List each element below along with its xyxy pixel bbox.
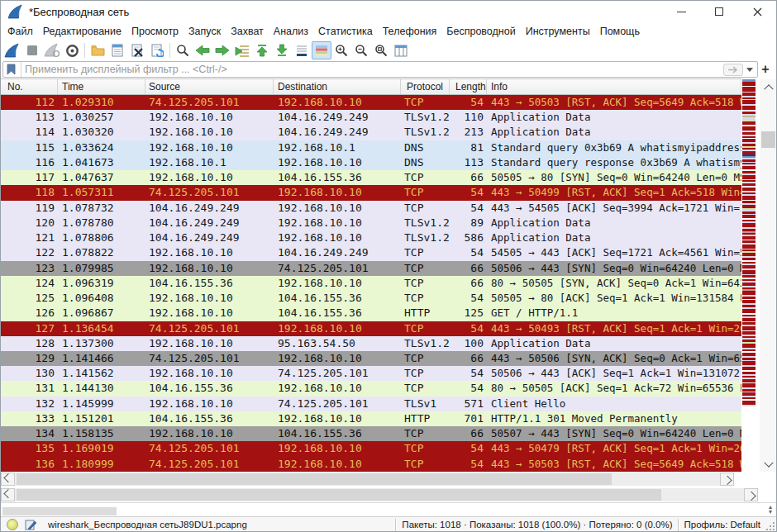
menu-item-file[interactable]: Файл [2, 22, 38, 40]
packet-row[interactable]: 1261.096867192.168.10.10104.16.155.36HTT… [1, 306, 741, 321]
start-capture-button[interactable] [2, 41, 22, 59]
packet-row[interactable]: 1171.047637192.168.10.10104.16.155.36TCP… [1, 170, 741, 185]
hscroll2-left-arrow[interactable] [1, 488, 15, 501]
find-packet-button[interactable] [173, 41, 193, 59]
cell-no: 128 [1, 336, 58, 351]
stop-capture-button[interactable] [22, 41, 42, 59]
hscroll2-thumb[interactable] [17, 489, 661, 501]
packet-row[interactable]: 1281.137300192.168.10.1095.163.54.50TLSv… [1, 336, 741, 351]
hscroll1-left-arrow[interactable] [1, 473, 15, 486]
packet-row[interactable]: 1201.078780104.16.249.249192.168.10.10TL… [1, 216, 741, 230]
zoom-reset-button[interactable] [371, 41, 391, 59]
packet-row[interactable]: 1211.078806104.16.249.249192.168.10.10TL… [1, 230, 741, 245]
hscroll1-right-arrow[interactable] [720, 473, 734, 486]
packet-row[interactable]: 1331.151201104.16.155.36192.168.10.10HTT… [1, 411, 741, 426]
hscroll2-right-arrow[interactable] [744, 488, 758, 501]
capture-comment-icon[interactable] [25, 519, 37, 530]
packet-row[interactable]: 1361.18099974.125.205.101192.168.10.10TC… [1, 457, 741, 472]
packet-row[interactable]: 1121.02931074.125.205.101192.168.10.10TC… [1, 95, 741, 110]
packet-row[interactable]: 1311.144130104.16.155.36192.168.10.10TCP… [1, 381, 741, 396]
save-file-button[interactable] [107, 41, 127, 59]
go-to-packet-button[interactable] [232, 41, 252, 59]
size-grip[interactable] [765, 518, 775, 531]
menu-item-capture[interactable]: Захват [226, 22, 269, 40]
vertical-scrollbar[interactable] [760, 79, 777, 472]
column-header-info[interactable]: Info [487, 79, 741, 94]
open-file-button[interactable] [88, 41, 107, 59]
maximize-button[interactable] [700, 1, 738, 22]
menu-item-edit[interactable]: Редактирование [38, 22, 126, 40]
filter-bookmark-icon[interactable] [6, 64, 17, 75]
column-header-protocol[interactable]: Protocol [401, 79, 450, 94]
packet-list-minimap[interactable] [742, 79, 756, 462]
cell-no: 121 [1, 230, 58, 245]
auto-scroll-button[interactable] [292, 41, 312, 59]
apply-filter-button[interactable] [723, 64, 743, 76]
menu-item-analyze[interactable]: Анализ [269, 22, 313, 40]
menu-item-telephony[interactable]: Телефония [378, 22, 442, 40]
packet-row[interactable]: 1301.141562192.168.10.1074.125.205.101TC… [1, 366, 741, 381]
cell-protocol: TCP [401, 201, 450, 216]
resize-columns-button[interactable] [391, 41, 411, 59]
menu-item-wireless[interactable]: Беспроводной [441, 22, 520, 40]
scroll-up-arrow[interactable] [760, 79, 777, 93]
column-header-length[interactable]: Length [450, 79, 487, 94]
close-file-icon [131, 44, 144, 57]
packet-row[interactable]: 1221.078822192.168.10.10104.16.249.249TC… [1, 245, 741, 260]
minimize-button[interactable] [662, 1, 700, 22]
colorize-button[interactable] [312, 41, 331, 59]
go-back-button[interactable] [193, 41, 212, 59]
menu-item-statistics[interactable]: Статистика [313, 22, 378, 40]
menu-item-help[interactable]: Помощь [595, 22, 645, 40]
profile-label[interactable]: Профиль: Default [684, 520, 760, 530]
packet-row[interactable]: 1351.16901974.125.205.101192.168.10.10TC… [1, 441, 741, 456]
capture-options-button[interactable] [62, 41, 82, 59]
go-last-button[interactable] [272, 41, 292, 59]
packet-row[interactable]: 1191.078732104.16.249.249192.168.10.10TC… [1, 201, 741, 216]
menu-item-view[interactable]: Просмотр [126, 22, 184, 40]
cell-destination: 104.16.155.36 [274, 291, 401, 306]
packet-row[interactable]: 1251.096408192.168.10.10104.16.155.36TCP… [1, 291, 741, 306]
cell-length: 54 [450, 366, 487, 381]
filter-dropdown-caret[interactable] [746, 68, 753, 72]
zoom-in-button[interactable] [331, 41, 351, 59]
close-file-button[interactable] [127, 41, 147, 59]
splitter-handle-icon[interactable]: ▴▾ [769, 505, 772, 515]
packet-row[interactable]: 1131.030257192.168.10.10104.16.249.249TL… [1, 110, 741, 125]
hscroll1-thumb[interactable] [17, 473, 612, 485]
packet-row[interactable]: 1271.13645474.125.205.101192.168.10.10TC… [1, 321, 741, 336]
zoom-out-button[interactable] [351, 41, 371, 59]
column-header-no[interactable]: No. [1, 79, 58, 94]
column-header-destination[interactable]: Destination [274, 79, 401, 94]
column-header-source[interactable]: Source [145, 79, 274, 94]
go-forward-button[interactable] [212, 41, 232, 59]
expert-info-icon[interactable] [7, 519, 18, 530]
menu-item-go[interactable]: Запуск [184, 22, 226, 40]
restart-capture-button[interactable] [42, 41, 62, 59]
packet-row[interactable]: 1231.079985192.168.10.1074.125.205.101TC… [1, 261, 741, 276]
packet-row[interactable]: 1291.14146674.125.205.101192.168.10.10TC… [1, 351, 741, 366]
cell-no: 126 [1, 306, 58, 321]
cell-time: 1.141466 [58, 351, 145, 366]
reload-file-button[interactable] [147, 41, 167, 59]
packet-list-hscrollbar[interactable] [1, 473, 734, 486]
packet-row[interactable]: 1151.033624192.168.10.10192.168.10.1DNS8… [1, 140, 741, 155]
packet-row[interactable]: 1181.05731174.125.205.101192.168.10.10TC… [1, 185, 741, 200]
menu-item-tools[interactable]: Инструменты [521, 22, 595, 40]
packet-row[interactable]: 1241.096319104.16.155.36192.168.10.10TCP… [1, 276, 741, 291]
window-hscrollbar[interactable] [1, 488, 758, 501]
add-filter-button[interactable]: + [758, 62, 773, 77]
packet-row[interactable]: 1141.030320192.168.10.10104.16.249.249TL… [1, 125, 741, 140]
go-first-button[interactable] [252, 41, 272, 59]
cell-protocol: TCP [401, 261, 450, 276]
save-file-icon [112, 44, 123, 57]
scroll-down-arrow[interactable] [760, 458, 777, 472]
column-header-time[interactable]: Time [58, 79, 145, 94]
auto-scroll-icon [295, 45, 308, 57]
packet-row[interactable]: 1161.041673192.168.10.1192.168.10.10DNS1… [1, 155, 741, 170]
packet-row[interactable]: 1321.145999192.168.10.1074.125.205.101TL… [1, 397, 741, 411]
display-filter-input[interactable]: Применить дисплейный фильтр ... <Ctrl-/> [2, 61, 758, 78]
packet-row[interactable]: 1341.158135192.168.10.10104.16.155.36TCP… [1, 426, 741, 441]
close-button[interactable] [738, 1, 776, 22]
vertical-scroll-thumb[interactable] [761, 131, 775, 148]
